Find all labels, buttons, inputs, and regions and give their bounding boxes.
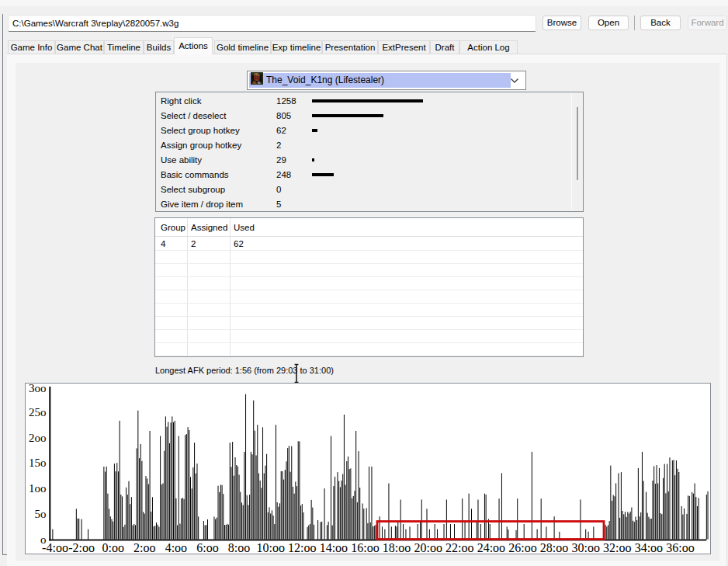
svg-text:24:oo: 24:oo [477,541,505,554]
svg-text:12:oo: 12:oo [288,541,316,554]
svg-text:-2:oo: -2:oo [68,541,95,554]
svg-text:16:oo: 16:oo [351,541,379,554]
svg-text:26:oo: 26:oo [508,541,536,554]
svg-text:30:oo: 30:oo [571,541,599,554]
svg-text:28:oo: 28:oo [540,541,568,554]
svg-text:-4:oo: -4:oo [42,541,68,554]
svg-text:15o: 15o [29,457,47,469]
svg-text:3oo: 3oo [29,384,47,394]
svg-text:4:oo: 4:oo [165,541,187,554]
svg-text:6:oo: 6:oo [196,541,218,554]
svg-text:10:oo: 10:oo [256,541,284,554]
svg-text:2oo: 2oo [29,432,47,444]
svg-text:34:oo: 34:oo [635,541,663,554]
svg-text:20:oo: 20:oo [414,541,442,554]
svg-text:22:oo: 22:oo [445,541,473,554]
svg-text:32:oo: 32:oo [603,541,631,554]
svg-text:36:oo: 36:oo [666,541,694,554]
svg-text:8:oo: 8:oo [228,541,250,554]
svg-text:14:oo: 14:oo [320,541,348,554]
svg-text:2:oo: 2:oo [133,541,155,554]
svg-text:25o: 25o [29,406,47,418]
svg-text:5o: 5o [35,508,47,520]
svg-text:18:oo: 18:oo [383,541,411,554]
svg-text:1oo: 1oo [29,482,47,495]
svg-text:0:oo: 0:oo [102,541,123,554]
